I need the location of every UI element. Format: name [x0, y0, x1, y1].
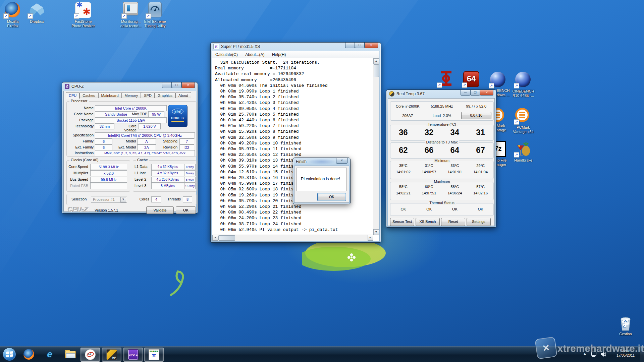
desktop-icon-dropbox[interactable]: ↗ Dropbox — [20, 2, 54, 24]
desktop-wallpaper: ↗ Mozilla Firefox ↗ Dropbox ✱ ✱ ↗ FastSt… — [0, 0, 644, 362]
maximize-icon[interactable]: □ — [355, 43, 365, 48]
superpi-title: Super PI / mod1.5 XS — [221, 44, 260, 49]
desktop-icon-cinebench-r10[interactable]: ↗ CINEBENCH R10 64Bit -... — [506, 72, 540, 98]
min-time: 14:01:04 — [468, 170, 493, 174]
timer-button[interactable]: 0:07:10 — [461, 112, 491, 119]
tray-time: 14:08 — [611, 349, 640, 353]
close-icon[interactable]: × — [336, 158, 347, 164]
close-icon[interactable]: × — [480, 90, 493, 96]
group-caption: Maximum — [432, 180, 452, 184]
tab-mainboard[interactable]: Mainboard — [98, 92, 122, 98]
intel-core-i7-logo: intel CORE i7 — [168, 105, 187, 127]
thermal-status: OK — [390, 207, 416, 211]
shortcut-arrow-icon: ↗ — [3, 13, 9, 19]
realtemp-info-panel: Core i7-2600K 5188.25 MHz 99.77 x 52.0 2… — [390, 101, 494, 121]
cpu-name-field: Intel Core i7 2600K — [95, 105, 167, 111]
instructions-field: MMX, SSE (1, 2, 3, 3S, 4.1, 4.2), EM64T,… — [95, 150, 195, 156]
maximize-icon[interactable]: □ — [172, 82, 181, 88]
minimize-icon[interactable]: — — [345, 43, 355, 48]
menu-calculate[interactable]: Calculate(C) — [212, 51, 241, 58]
tray-hidden-icons-chevron[interactable]: ▲ — [584, 352, 586, 355]
scroll-up-icon[interactable]: ▲ — [373, 58, 379, 64]
start-button[interactable] — [3, 348, 16, 361]
min-time: 14:00:57 — [416, 170, 442, 174]
shortcut-arrow-icon: ↗ — [146, 13, 151, 19]
taskbar-explorer-icon[interactable] — [65, 349, 76, 360]
finish-ok-button[interactable]: OK — [317, 193, 346, 201]
tab-memory[interactable]: Memory — [122, 92, 141, 98]
max-time: 14:07:51 — [416, 191, 442, 195]
superpi-menubar: Calculate(C) About...(A) Help(H) — [212, 51, 379, 58]
tab-spd[interactable]: SPD — [141, 92, 155, 98]
maximize-icon[interactable]: □ — [470, 90, 480, 96]
menu-help[interactable]: Help(H) — [269, 51, 289, 58]
taskbar-firefox-icon[interactable] — [23, 349, 34, 360]
load-value: 2.3% — [443, 114, 451, 118]
superpi-log-text: 32M Calculation Start. 24 iterations. Re… — [215, 60, 371, 241]
icon-label: Dropbox — [20, 19, 54, 24]
taskbar-cpuz-button[interactable]: CPU-Z — [123, 348, 143, 362]
taskbar-temp-monitor-button[interactable]: 46° — [102, 348, 121, 362]
desktop-icon-pcmark-vantage[interactable]: ↗ PCMark Vantage x64 — [506, 108, 540, 134]
tab-caches[interactable]: Caches — [79, 92, 98, 98]
cpuz-window: Z CPU-Z — □ × CPUCachesMainboardMemorySP… — [62, 82, 198, 214]
cpuz-logo-text: CPU-Z — [68, 206, 88, 214]
scroll-right-icon[interactable]: ► — [368, 235, 373, 241]
tab-about[interactable]: About — [175, 92, 191, 98]
icon-label: Cestino — [609, 332, 642, 336]
desktop-icon-handbrake[interactable]: ↗ Handbrake — [506, 141, 540, 163]
family-field: 6 — [95, 138, 112, 144]
desktop-icon-recycle-bin[interactable]: Cestino — [609, 314, 642, 336]
realtemp-window: Real Temp 3.67 — □ × Core i7-2600K 5188.… — [386, 89, 496, 228]
min-temp: 33°C — [442, 164, 468, 168]
tray-volume-icon[interactable] — [600, 351, 607, 358]
scroll-left-icon[interactable]: ◄ — [212, 235, 218, 241]
validate-button[interactable]: Validate — [146, 206, 174, 214]
xs-bench-button[interactable]: XS Bench — [416, 218, 440, 226]
revision-field: D2 — [179, 144, 194, 150]
minimize-icon[interactable]: — — [461, 90, 470, 96]
taskbar-snipping-tool-button[interactable]: ✂ — [80, 348, 100, 362]
reset-button[interactable]: Reset — [441, 218, 465, 226]
ok-button[interactable]: OK — [176, 206, 196, 214]
max-temp: 57°C — [468, 185, 493, 189]
close-icon[interactable]: × — [181, 82, 195, 88]
cpuz-client: CPUCachesMainboardMemorySPDGraphicsAbout… — [63, 91, 196, 212]
taskbar: e ✂ 46° CPU-Z SUPER — [0, 346, 644, 362]
desktop-icon-intel-xtu[interactable]: ↗ Intel Extreme Tuning Utility — [138, 2, 172, 28]
realtemp-client: Core i7-2600K 5188.25 MHz 99.77 x 52.0 2… — [388, 98, 495, 226]
tray-clock[interactable]: 14:08 17/05/2011 — [611, 349, 640, 358]
tab-graphics[interactable]: Graphics — [155, 92, 175, 98]
tray-network-icon[interactable] — [590, 351, 598, 358]
show-desktop-button[interactable] — [640, 347, 644, 362]
ext-model-field: 2A — [137, 144, 156, 150]
processor-select[interactable]: Processor #1 ▼ — [91, 196, 127, 203]
settings-button[interactable]: Settings — [467, 218, 491, 226]
taskbar-ie-icon[interactable]: e — [44, 349, 55, 360]
desktop-icon-faststone[interactable]: ✱ ✱ ↗ FastStone Photo Resizer — [66, 2, 100, 28]
sensor-test-button[interactable]: Sensor Test — [390, 218, 414, 226]
cpuz-version: Version 1.57.1 — [95, 208, 118, 212]
icon-label: Intel Extreme Tuning Utility — [138, 19, 172, 28]
realtemp-tjmax-group: Distance to TJ Max 62 66 64 67 — [390, 142, 494, 159]
core1-temp: 32 — [416, 128, 442, 137]
rated-fsb-field — [90, 183, 127, 189]
shortcut-arrow-icon: ↗ — [514, 152, 519, 158]
h-scroll-thumb[interactable] — [218, 235, 235, 241]
tab-cpu[interactable]: CPU — [66, 92, 79, 99]
menu-about[interactable]: About...(A) — [242, 51, 267, 58]
model-field: A — [137, 138, 156, 144]
v-scrollbar[interactable]: ▲ ▼ — [373, 58, 379, 235]
superpi-log-area[interactable]: 32M Calculation Start. 24 iterations. Re… — [212, 58, 379, 241]
recycle-bin-icon — [618, 314, 634, 332]
scroll-down-icon[interactable]: ▼ — [373, 229, 379, 235]
core1-tjmax: 66 — [416, 145, 442, 155]
cores-field: 4 — [151, 196, 161, 202]
close-icon[interactable]: × — [365, 43, 378, 48]
finish-dialog-body: PI calculation is done! OK — [294, 166, 349, 203]
v-scroll-thumb[interactable] — [374, 64, 379, 77]
minimize-icon[interactable]: — — [162, 82, 172, 88]
h-scrollbar[interactable]: ◄ ► — [212, 235, 373, 241]
package-field: Socket 1155 LGA — [95, 117, 167, 123]
taskbar-superpi-button[interactable]: SUPER π — [144, 348, 164, 362]
